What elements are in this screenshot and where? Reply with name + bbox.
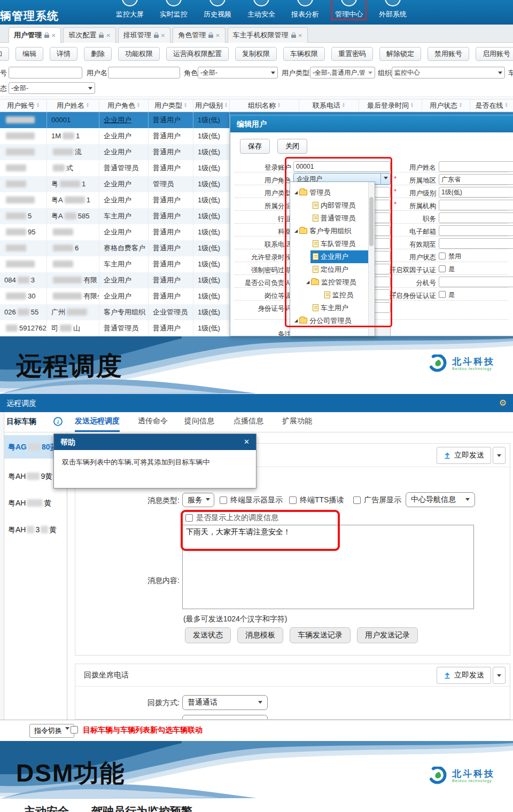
copy-permission-button[interactable]: 复制权限 (235, 47, 277, 61)
close-icon[interactable] (298, 33, 302, 38)
scrollbar[interactable] (368, 182, 375, 336)
org-filter-select[interactable]: 监控中心 (392, 67, 505, 78)
redacted (28, 443, 41, 451)
tree-item[interactable]: 普通管理员 (290, 212, 368, 225)
col-online[interactable]: 是否在线 (470, 99, 513, 112)
status-filter-select[interactable]: -全部- (9, 82, 95, 94)
close-icon[interactable] (51, 33, 56, 38)
gear-icon[interactable] (499, 394, 507, 412)
tab-role-management[interactable]: 角色管理 (173, 27, 225, 43)
tree-item[interactable]: 监控员 (290, 289, 368, 302)
valid-until-input[interactable] (439, 238, 513, 249)
user-send-record-button[interactable]: 用户发送记录 (357, 627, 418, 643)
job-title-input[interactable] (439, 212, 513, 223)
tab-broadcast-info[interactable]: 点播信息 (234, 416, 263, 430)
vehicle-send-record-button[interactable]: 车辆发送记录 (290, 627, 351, 643)
col-last-login[interactable]: 最后登录时间 (359, 99, 422, 112)
col-status[interactable]: 用户状态 (422, 99, 470, 112)
user-status-checkbox[interactable]: 禁用 (439, 252, 461, 261)
nav-active-safety[interactable]: 主动安全 (239, 0, 283, 25)
save-button[interactable]: 保存 (240, 139, 270, 154)
close-icon[interactable] (106, 33, 110, 38)
tree-item-folder[interactable]: 监控管理员 (290, 276, 368, 289)
tree-item[interactable]: 定位用户 (290, 263, 368, 276)
tree-item[interactable]: 内部管理员 (290, 199, 368, 212)
tab-question-info[interactable]: 提问信息 (184, 416, 214, 430)
show-last-dispatch-checkbox[interactable]: 是否显示上次的调度信息 (185, 513, 278, 523)
tree-item-folder[interactable]: 分公司管理员 (290, 314, 368, 327)
col-usertype[interactable]: 用户类型 (149, 99, 193, 112)
nav-report-analysis[interactable]: 报表分析 (283, 0, 327, 25)
col-level[interactable]: 用户级别 (193, 99, 230, 112)
role-filter-select[interactable]: -全部- (198, 67, 278, 78)
scrollbar-thumb[interactable] (369, 197, 374, 246)
tab-send-dispatch[interactable]: 发送远程调度 (75, 416, 120, 432)
message-type-select[interactable]: 服务 (182, 493, 214, 507)
nav-history-video[interactable]: 历史视频 (196, 0, 239, 25)
col-username[interactable]: 用户姓名 (47, 99, 99, 112)
nav-realtime-monitor[interactable]: 实时监控 (152, 0, 196, 25)
tab-passthrough-command[interactable]: 透传命令 (138, 416, 168, 430)
id-auth-checkbox[interactable]: 是 (439, 290, 455, 299)
col-role[interactable]: 用户角色 (99, 99, 149, 112)
edit-button[interactable]: 编辑 (15, 47, 43, 61)
tab-schedule-management[interactable]: 排班管理 (118, 27, 170, 43)
reset-password-button[interactable]: 重置密码 (331, 47, 373, 61)
disable-account-button[interactable]: 禁用账号 (428, 47, 469, 61)
link-vehicles-checkbox[interactable] (71, 726, 78, 734)
info-icon[interactable]: i (53, 417, 63, 426)
operator-permission-button[interactable]: 运营商权限配置 (166, 47, 229, 61)
function-permission-button[interactable]: 功能权限 (118, 47, 160, 61)
username-filter-input[interactable] (108, 67, 180, 78)
tree-item-selected[interactable]: 企业用户 (310, 250, 370, 263)
region-input[interactable]: 广东省 (439, 174, 513, 185)
email-input[interactable] (439, 225, 513, 236)
tab-owner-phone-permission[interactable]: 车主手机权限管理 (228, 27, 308, 43)
command-switch-button[interactable]: 指令切换 (29, 724, 74, 738)
nav-info-select[interactable]: 中心导航信息 (406, 492, 475, 507)
usertype-filter-select[interactable]: -全部-,普通用户,管理 (310, 67, 375, 78)
ad-screen-checkbox[interactable]: 广告屏显示 (353, 495, 401, 505)
tree-item-folder[interactable]: 管理员 (290, 186, 368, 199)
tree-item[interactable]: 车主用户 (290, 302, 368, 314)
send-status-button[interactable]: 发送状态 (185, 627, 231, 643)
close-icon[interactable] (215, 33, 220, 38)
close-icon[interactable]: ✕ (244, 434, 250, 450)
col-account[interactable]: 用户账号 (0, 99, 47, 112)
tree-item[interactable]: 车队管理员 (290, 238, 368, 250)
nav-monitor-screen[interactable]: 监控大屏 (108, 0, 152, 25)
two-factor-checkbox[interactable]: 是 (439, 265, 455, 274)
tab-user-management[interactable]: 用户管理 (9, 27, 61, 43)
tree-item-folder[interactable]: 客户专用组织 (290, 225, 368, 238)
tab-extended-function[interactable]: 扩展功能 (282, 416, 312, 430)
extension-input[interactable] (439, 277, 513, 287)
vehicle-permission-button[interactable]: 车辆权限 (283, 47, 325, 61)
add-button[interactable]: 加 (0, 47, 9, 61)
close-icon[interactable] (161, 33, 165, 38)
nav-external-system[interactable]: 外部系统 (371, 0, 415, 25)
tab-shift-config[interactable]: 班次配置 (63, 27, 115, 43)
callback-number-input[interactable] (182, 715, 268, 720)
detail-button[interactable]: 详情 (50, 47, 77, 61)
send-options-button[interactable] (493, 447, 506, 464)
message-template-button[interactable]: 消息模板 (237, 627, 283, 643)
message-content-textarea[interactable]: 下雨天，大家开车请注意安全！ (182, 525, 474, 609)
terminal-tts-checkbox[interactable]: 终端TTS播读 (289, 495, 344, 505)
vehicle-item[interactable]: 粤AH3黄 (4, 518, 67, 541)
send-now-button[interactable]: 立即发送 (437, 447, 491, 464)
enable-account-button[interactable]: 启用账号 (476, 47, 513, 61)
institution-input[interactable] (439, 200, 513, 210)
user-level-input[interactable]: 1级(低) (439, 187, 513, 198)
account-filter-input[interactable] (9, 67, 82, 78)
col-org[interactable]: 组织名称 (230, 99, 299, 112)
delete-button[interactable]: 删除 (84, 47, 112, 61)
close-button[interactable]: 关闭 (277, 139, 307, 154)
user-name-input[interactable] (439, 161, 513, 172)
terminal-display-checkbox[interactable]: 终端显示器显示 (220, 495, 283, 505)
vehicle-item[interactable]: 粤AH黄 (4, 491, 67, 515)
send-options-button[interactable] (493, 667, 506, 684)
callback-mode-select[interactable]: 普通通话 (182, 695, 268, 710)
send-now-button[interactable]: 立即发送 (437, 667, 491, 684)
unlock-button[interactable]: 解除锁定 (379, 47, 421, 61)
col-phone[interactable]: 联系电话 (299, 99, 359, 112)
